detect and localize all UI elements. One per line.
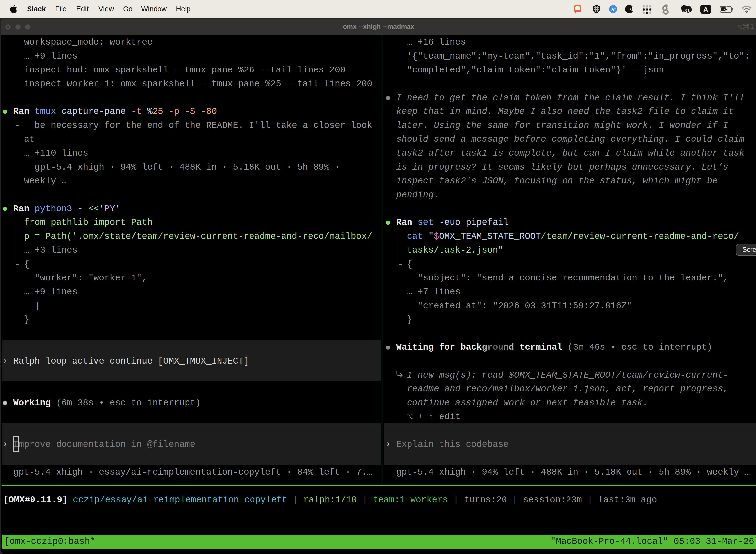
svg-text:..61: ..61 [683, 8, 689, 12]
svg-text:A: A [703, 6, 708, 13]
